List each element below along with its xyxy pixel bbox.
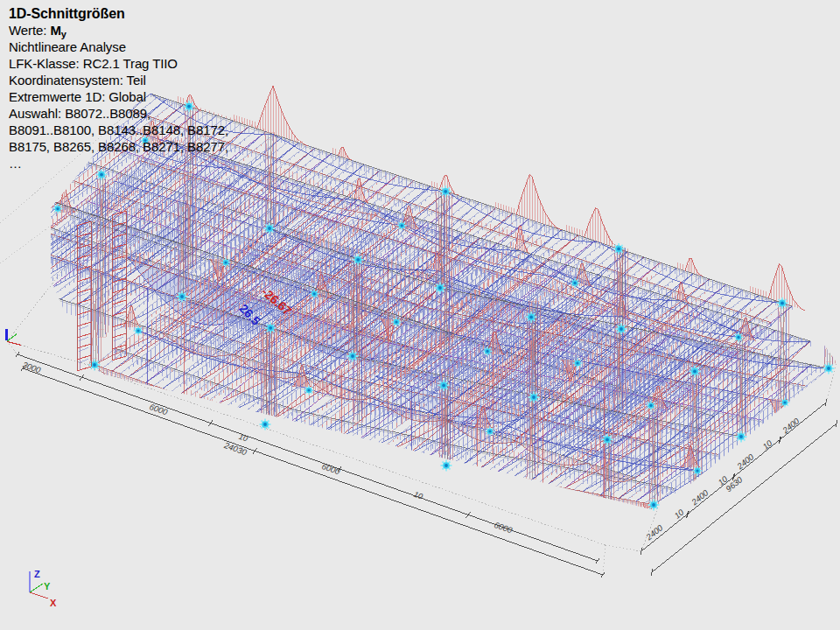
svg-text:Y: Y xyxy=(44,581,51,592)
svg-text:X: X xyxy=(50,598,57,608)
svg-text:Z: Z xyxy=(34,569,40,579)
